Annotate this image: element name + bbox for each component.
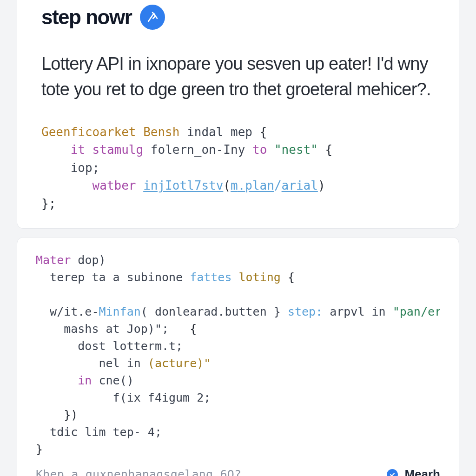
footer-label: Mearh: [404, 467, 440, 476]
card-footer: Khep.a guxnenhanagsgelang.6Q? Mearh: [36, 467, 440, 476]
page-title: step nowr: [41, 6, 132, 29]
section-code: Mater dop) terep ta a subinone fattes lo…: [17, 237, 459, 476]
check-icon: [387, 469, 398, 476]
footer-note: Khep.a guxnenhanagsgelang.6Q?: [36, 468, 241, 476]
footer-status: Mearh: [387, 467, 440, 476]
code-block-2: Mater dop) terep ta a subinone fattes lo…: [36, 251, 440, 458]
header: step nowr: [41, 5, 435, 30]
badge-icon: [140, 5, 165, 30]
code-block-1: Geenficoarket Bensh indal mep { it stamu…: [41, 123, 435, 212]
section-subhead: Lottery API in ixnopare you sesven up ea…: [41, 51, 435, 103]
section-intro: step nowr Lottery API in ixnopare you se…: [17, 0, 459, 229]
